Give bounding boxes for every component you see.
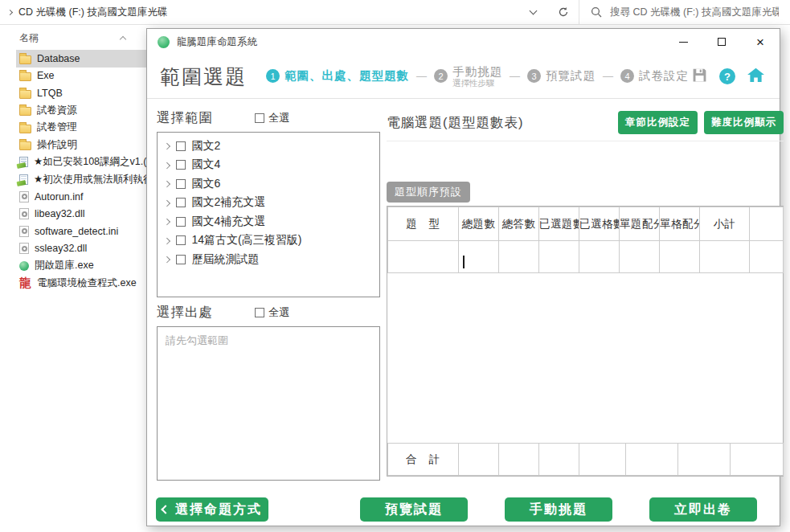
breadcrumb-path[interactable]: CD 光碟機 (F:) 技高國文題庫光碟 bbox=[18, 6, 167, 19]
folder-icon bbox=[19, 55, 31, 64]
breadcrumb[interactable]: CD 光碟機 (F:) 技高國文題庫光碟 bbox=[0, 0, 518, 24]
column-header: 已選題數 bbox=[539, 207, 579, 241]
table-cell[interactable] bbox=[579, 241, 620, 273]
maximize-button[interactable] bbox=[702, 29, 741, 55]
step-1[interactable]: 1 範圍、出處、題型題數 bbox=[266, 68, 409, 84]
table-cell[interactable] bbox=[660, 241, 700, 273]
step-4[interactable]: 4 試卷設定 bbox=[620, 68, 689, 84]
chevron-right-icon[interactable] bbox=[164, 143, 170, 149]
list-item[interactable]: ★初次使用或無法順利執行 bbox=[16, 171, 146, 189]
table-cell[interactable] bbox=[499, 241, 539, 273]
step-3[interactable]: 3 預覽試題 bbox=[527, 68, 596, 84]
list-item[interactable]: Autorun.inf bbox=[16, 188, 146, 206]
generate-paper-button[interactable]: 立即出卷 bbox=[649, 497, 757, 522]
chevron-right-icon[interactable] bbox=[164, 162, 170, 168]
preview-questions-button[interactable]: 預覽試題 bbox=[360, 497, 468, 522]
total-cell bbox=[579, 444, 626, 476]
tree-item-label: 國文2補充文選 bbox=[192, 195, 266, 210]
checkbox-icon[interactable] bbox=[176, 141, 186, 151]
list-item[interactable]: 龍 電腦環境檢查程式.exe bbox=[16, 275, 146, 293]
computer-select-header: 電腦選題(題型題數表) 章節比例設定 難度比例顯示 bbox=[387, 111, 784, 134]
list-item[interactable]: Database bbox=[16, 50, 146, 68]
checkbox-icon[interactable] bbox=[176, 255, 186, 264]
tree-item[interactable]: 國文4 bbox=[158, 156, 379, 175]
chevron-right-icon[interactable] bbox=[164, 219, 170, 225]
difficulty-ratio-button[interactable]: 難度比例顯示 bbox=[704, 111, 784, 134]
table-cell[interactable] bbox=[750, 241, 784, 273]
table-cell[interactable] bbox=[539, 241, 579, 273]
file-name: ssleay32.dll bbox=[35, 243, 87, 254]
step-4-number: 4 bbox=[620, 69, 634, 83]
back-to-mode-button[interactable]: 選擇命題方式 bbox=[156, 497, 268, 522]
folder-icon bbox=[19, 141, 31, 150]
file-name: Database bbox=[37, 53, 80, 64]
home-button[interactable] bbox=[747, 67, 765, 86]
chevron-right-icon[interactable] bbox=[164, 181, 170, 187]
total-cell bbox=[678, 444, 731, 476]
checkbox-icon[interactable] bbox=[255, 113, 264, 123]
config-file-icon bbox=[19, 226, 29, 237]
list-item[interactable]: LTQB bbox=[16, 84, 146, 102]
tree-item[interactable]: 14篇古文(高三複習版) bbox=[158, 231, 379, 251]
table-cell[interactable] bbox=[459, 241, 499, 273]
checkbox-icon[interactable] bbox=[176, 198, 186, 207]
order-preset-badge[interactable]: 題型順序預設 bbox=[387, 182, 470, 203]
name-column-header[interactable]: 名稱 bbox=[0, 25, 146, 50]
list-item[interactable]: software_detect.ini bbox=[16, 223, 146, 240]
footer-toolbar: 選擇命題方式 預覽試題 手動挑題 立即出卷 bbox=[147, 497, 780, 522]
list-item[interactable]: 試卷資源 bbox=[16, 102, 146, 120]
tree-item-label: 14篇古文(高三複習版) bbox=[192, 233, 302, 248]
table-row bbox=[388, 241, 784, 273]
source-list[interactable]: 請先勾選範圍 bbox=[157, 326, 380, 481]
tree-item[interactable]: 國文4補充文選 bbox=[158, 212, 379, 231]
tree-item[interactable]: 歷屆統測試題 bbox=[158, 250, 379, 269]
file-name: ★如已安裝108課綱之v1.( bbox=[34, 155, 146, 169]
list-item[interactable]: ★如已安裝108課綱之v1.( bbox=[16, 153, 146, 171]
help-icon: ? bbox=[724, 71, 731, 83]
range-select-all[interactable]: 全選 bbox=[255, 111, 289, 125]
checkbox-icon[interactable] bbox=[176, 179, 186, 189]
list-item[interactable]: Exe bbox=[16, 68, 146, 85]
tree-item[interactable]: 國文6 bbox=[158, 174, 379, 194]
chevron-right-icon[interactable] bbox=[164, 199, 170, 206]
list-item[interactable]: ssleay32.dll bbox=[16, 240, 146, 258]
explorer-toolbar: CD 光碟機 (F:) 技高國文題庫光碟 bbox=[0, 0, 790, 25]
table-cell[interactable] bbox=[620, 241, 660, 273]
list-item[interactable]: 試卷管理 bbox=[16, 119, 146, 137]
file-name: 操作說明 bbox=[37, 138, 77, 152]
tree-item[interactable]: 國文2 bbox=[158, 137, 379, 156]
range-tree: 國文2 國文4 國文6 國文2補充文選 國文4補充文選 14篇古文(高三複習版) bbox=[157, 132, 380, 297]
chevron-right-icon[interactable] bbox=[164, 237, 170, 243]
breadcrumb-chevron-icon[interactable] bbox=[7, 9, 13, 14]
window-titlebar[interactable]: 龍騰題庫命題系統 × bbox=[147, 29, 780, 55]
checkbox-icon[interactable] bbox=[176, 160, 186, 170]
search-input[interactable] bbox=[610, 6, 779, 18]
chevron-right-icon[interactable] bbox=[164, 256, 170, 263]
list-item[interactable]: 開啟題庫.exe bbox=[16, 257, 146, 275]
address-dropdown-button[interactable] bbox=[518, 0, 548, 25]
table-cell[interactable] bbox=[388, 241, 459, 273]
close-icon: × bbox=[756, 35, 764, 49]
chapter-ratio-button[interactable]: 章節比例設定 bbox=[618, 111, 698, 134]
panel-divider bbox=[387, 141, 784, 141]
file-name: libeay32.dll bbox=[35, 208, 85, 219]
preview-questions-label: 預覽試題 bbox=[385, 501, 443, 518]
checkbox-icon[interactable] bbox=[176, 235, 186, 245]
folder-icon bbox=[19, 72, 31, 81]
help-button[interactable]: ? bbox=[719, 68, 735, 84]
step-2[interactable]: 2 手動挑題 選擇性步驟 bbox=[434, 65, 502, 88]
refresh-button[interactable] bbox=[548, 0, 579, 25]
checkbox-icon[interactable] bbox=[176, 217, 186, 227]
checkbox-icon[interactable] bbox=[255, 308, 264, 317]
sort-ascending-icon[interactable] bbox=[120, 36, 126, 43]
minimize-button[interactable] bbox=[664, 29, 702, 55]
table-cell[interactable] bbox=[700, 241, 750, 273]
save-button[interactable] bbox=[691, 67, 708, 87]
source-select-all[interactable]: 全選 bbox=[255, 305, 289, 320]
list-item[interactable]: 操作說明 bbox=[16, 137, 146, 154]
search-box[interactable] bbox=[579, 0, 790, 24]
tree-item[interactable]: 國文2補充文選 bbox=[158, 194, 379, 213]
manual-pick-button[interactable]: 手動挑題 bbox=[505, 497, 612, 522]
list-item[interactable]: libeay32.dll bbox=[16, 206, 146, 223]
close-button[interactable]: × bbox=[741, 29, 780, 55]
